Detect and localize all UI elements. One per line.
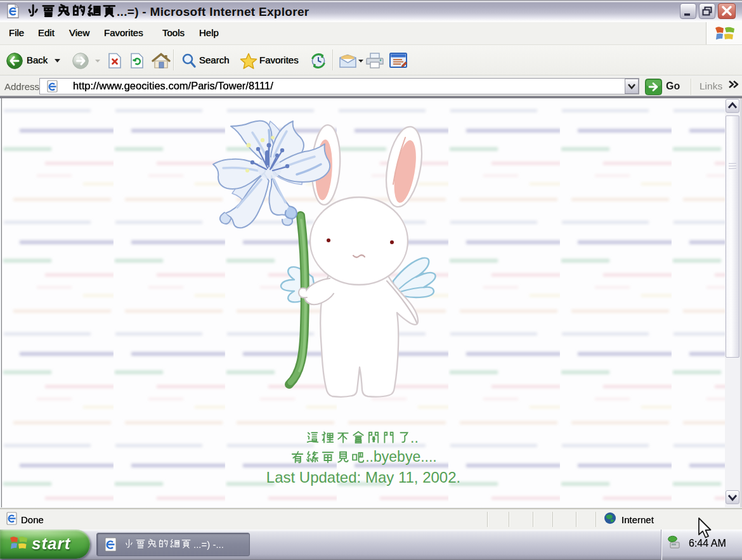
- svg-text:..: ..: [410, 429, 419, 446]
